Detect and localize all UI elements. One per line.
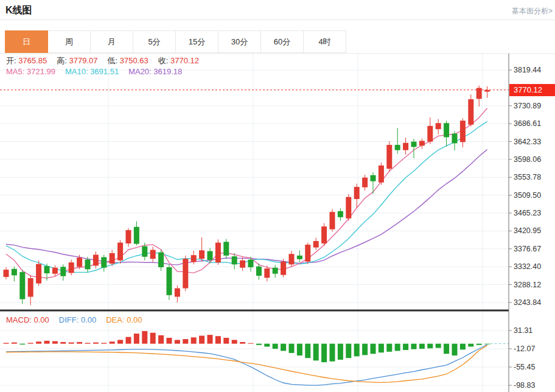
candle-body [232,256,237,264]
macd-histogram-bar [338,344,343,360]
candle-body [330,212,335,229]
info-pair: DEA: 0.00 [106,315,142,324]
candle-body [191,255,197,262]
macd-histogram-bar [232,340,237,343]
candle-body [36,264,41,284]
macd-histogram-bar [28,343,33,343]
macd-histogram-bar [150,333,156,344]
macd-histogram-bar [476,344,482,345]
price-tick-label: 3553.78 [514,173,541,181]
tab-15分[interactable]: 15分 [175,30,218,53]
tab-30分[interactable]: 30分 [218,30,261,53]
macd-histogram-bar [183,339,188,344]
tab-60分[interactable]: 60分 [260,30,304,53]
candle-body [468,99,473,125]
ma-info-row: MA5: 3721.99MA10: 3691.51MA20: 3619.18 [6,67,192,76]
ma20-line [6,150,487,265]
tab-月[interactable]: 月 [90,30,133,53]
macd-histogram-bar [444,344,449,354]
candle-body [452,133,458,143]
candle-body [175,289,180,297]
tab-日[interactable]: 日 [5,30,48,53]
macd-histogram-bar [223,338,229,344]
ohlc-info-row: 开: 3765.85高: 3779.07低: 3750.63收: 3770.12 [6,55,209,66]
info-pair: MA10: 3691.51 [65,67,119,76]
candle-body [240,261,245,268]
candle-body [52,268,58,274]
candle-body [126,230,131,243]
candle-body [183,259,188,288]
price-tick-label: 3686.61 [514,119,541,128]
period-tabbar: 日周月5分15分30分60分4时 [5,30,346,53]
candle-body [28,278,33,297]
macd-histogram-bar [215,336,221,343]
current-price-tag: 3770.12 [509,84,555,96]
macd-tick-label: 31.31 [514,326,532,335]
candle-body [411,142,417,147]
macd-histogram-bar [371,344,376,354]
macd-tick-label: -55.45 [514,363,535,371]
macd-histogram-bar [69,343,74,344]
macd-histogram-bar [60,342,66,344]
macd-histogram-bar [330,344,335,362]
info-pair: DIFF: 0.00 [59,315,96,324]
candle-body [158,253,164,268]
candle-body [476,88,482,99]
macd-histogram-bar [436,344,441,348]
tab-周[interactable]: 周 [47,30,91,53]
macd-histogram-bar [175,340,180,343]
candle-body [460,121,466,142]
candle-body [44,266,50,273]
price-tick-label: 3332.40 [514,262,541,271]
candle-body [150,250,156,259]
price-tick-label: 3730.89 [514,102,541,110]
macd-histogram-bar [52,341,58,344]
tab-4时[interactable]: 4时 [303,30,346,53]
macd-histogram-bar [452,344,458,355]
candle-body [93,255,99,266]
macd-histogram-bar [362,344,368,355]
macd-histogram-bar [191,337,197,343]
candle-body [77,257,82,267]
macd-histogram-bar [305,344,310,359]
candle-body [248,259,254,267]
info-pair: 收: 3770.12 [158,56,199,65]
candle-body [379,166,384,183]
price-tick-label: 3243.84 [514,298,541,307]
macd-histogram-bar [379,344,384,353]
macd-histogram-bar [240,342,245,344]
candle-body [110,253,115,264]
macd-histogram-bar [101,343,106,343]
macd-tick-label: -98.83 [514,381,535,390]
candle-body [273,268,278,274]
candle-body [419,141,425,145]
macd-info-row: MACD: 0.00DIFF: 0.00DEA: 0.00 [6,315,152,324]
info-pair: 高: 3779.07 [57,56,97,65]
price-tick-label: 3509.50 [514,191,541,200]
candle-body [12,269,17,276]
candle-body [117,243,123,261]
tab-5分[interactable]: 5分 [133,30,176,53]
macd-histogram-bar [110,341,115,343]
macd-histogram-bar [346,344,351,359]
info-pair: MA20: 3619.18 [128,67,182,76]
candle-body [403,143,408,150]
macd-histogram-bar [297,344,302,355]
macd-histogram-bar [158,335,164,344]
candle-body [134,227,139,244]
candle-body [167,267,172,295]
price-tick-label: 3465.23 [514,209,541,217]
candle-body [321,226,327,243]
macd-histogram-bar [321,344,327,362]
macd-histogram-bar [126,337,131,344]
macd-histogram-bar [142,331,147,344]
candle-body [313,241,319,248]
fundamental-analysis-link[interactable]: 基本面分析> [512,6,553,16]
macd-histogram-bar [289,344,295,353]
page-title: K线图 [5,4,32,17]
price-tick-label: 3819.44 [514,66,541,74]
macd-histogram-bar [36,341,41,343]
diff-line [6,345,487,385]
candle-body [371,175,376,181]
macd-histogram-bar [77,342,82,344]
